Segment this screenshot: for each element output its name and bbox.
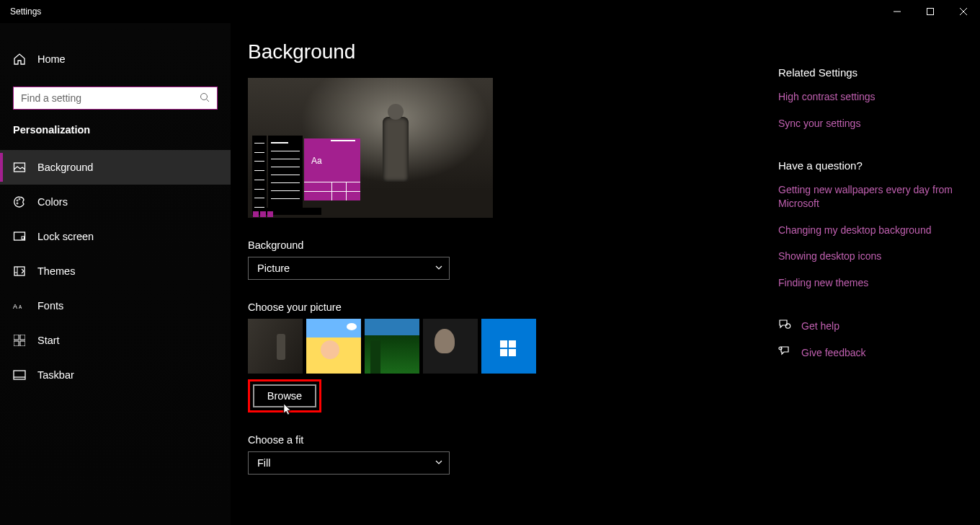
choose-picture-label: Choose your picture xyxy=(248,301,778,313)
svg-rect-16 xyxy=(20,335,25,340)
chevron-down-icon xyxy=(435,262,443,274)
sidebar-item-label: Taskbar xyxy=(37,369,74,381)
window-title: Settings xyxy=(10,6,41,17)
browse-highlight: Browse xyxy=(248,379,321,412)
svg-rect-15 xyxy=(14,335,19,340)
sidebar-item-taskbar[interactable]: Taskbar xyxy=(0,358,231,392)
sidebar-item-label: Start xyxy=(37,335,60,346)
picture-thumbnails xyxy=(248,319,778,374)
svg-line-5 xyxy=(207,99,210,102)
related-link[interactable]: Sync your settings xyxy=(778,117,966,131)
themes-icon xyxy=(13,265,26,278)
cursor-icon xyxy=(283,403,292,416)
svg-point-7 xyxy=(17,200,18,201)
fonts-icon: AA xyxy=(13,299,26,312)
background-type-select[interactable]: Picture xyxy=(248,257,450,280)
question-link[interactable]: Changing my desktop background xyxy=(778,224,966,237)
feedback-icon xyxy=(778,345,791,359)
desktop-preview: Aa xyxy=(248,78,493,218)
help-icon xyxy=(778,319,791,332)
page-title: Background xyxy=(248,40,778,63)
svg-rect-12 xyxy=(14,267,24,275)
question-link[interactable]: Finding new themes xyxy=(778,276,966,290)
picture-thumb[interactable] xyxy=(365,319,419,374)
svg-rect-17 xyxy=(14,341,19,346)
sidebar-item-label: Lock screen xyxy=(37,231,94,242)
svg-rect-11 xyxy=(22,237,24,239)
preview-sample-text: Aa xyxy=(311,156,322,166)
svg-rect-6 xyxy=(14,163,25,172)
home-label: Home xyxy=(37,53,66,65)
svg-point-21 xyxy=(785,324,790,328)
home-nav[interactable]: Home xyxy=(0,42,231,76)
search-placeholder: Find a setting xyxy=(21,92,200,104)
picture-thumb[interactable] xyxy=(248,319,303,374)
minimize-button[interactable] xyxy=(881,0,914,23)
maximize-button[interactable] xyxy=(914,0,947,23)
svg-rect-18 xyxy=(20,341,25,346)
window-controls xyxy=(881,0,980,23)
close-button[interactable] xyxy=(947,0,980,23)
sidebar-item-themes[interactable]: Themes xyxy=(0,254,231,288)
chevron-down-icon xyxy=(435,457,443,469)
sidebar-item-label: Colors xyxy=(37,196,68,208)
sidebar-item-fonts[interactable]: AA Fonts xyxy=(0,288,231,323)
home-icon xyxy=(13,53,26,66)
sidebar-item-colors[interactable]: Colors xyxy=(0,185,231,219)
svg-point-22 xyxy=(779,347,782,350)
question-link[interactable]: Showing desktop icons xyxy=(778,250,966,263)
svg-point-4 xyxy=(201,93,208,100)
lockscreen-icon xyxy=(13,230,26,243)
give-feedback-link[interactable]: Give feedback xyxy=(778,345,966,359)
svg-point-9 xyxy=(17,203,18,204)
taskbar-icon xyxy=(13,369,26,381)
palette-icon xyxy=(13,195,26,208)
related-heading: Related Settings xyxy=(778,66,966,79)
titlebar: Settings xyxy=(0,0,980,23)
related-link[interactable]: High contrast settings xyxy=(778,90,966,104)
start-icon xyxy=(13,334,26,347)
category-label: Personalization xyxy=(0,123,231,140)
sidebar-item-start[interactable]: Start xyxy=(0,323,231,358)
svg-text:A: A xyxy=(19,304,22,309)
picture-thumb[interactable] xyxy=(481,319,536,374)
background-type-value: Picture xyxy=(257,262,290,274)
sidebar-item-lock-screen[interactable]: Lock screen xyxy=(0,219,231,254)
sidebar-item-label: Fonts xyxy=(37,300,63,312)
search-input[interactable]: Find a setting xyxy=(13,87,218,110)
sidebar-item-label: Background xyxy=(37,162,93,173)
svg-text:A: A xyxy=(13,303,17,310)
fit-value: Fill xyxy=(257,457,271,469)
picture-thumb[interactable] xyxy=(306,319,361,374)
sidebar: Home Find a setting Personalization Back… xyxy=(0,23,231,525)
choose-fit-label: Choose a fit xyxy=(248,434,778,446)
svg-point-8 xyxy=(19,198,20,200)
svg-rect-19 xyxy=(14,371,25,379)
svg-rect-1 xyxy=(927,9,934,15)
question-link[interactable]: Getting new wallpapers every day from Mi… xyxy=(778,183,966,211)
fit-select[interactable]: Fill xyxy=(248,451,450,475)
image-icon xyxy=(13,161,26,174)
question-heading: Have a question? xyxy=(778,159,966,172)
search-icon xyxy=(200,92,210,105)
sidebar-item-background[interactable]: Background xyxy=(0,150,231,185)
background-type-label: Background xyxy=(248,239,778,251)
sidebar-item-label: Themes xyxy=(37,265,75,277)
get-help-link[interactable]: Get help xyxy=(778,319,966,332)
picture-thumb[interactable] xyxy=(423,319,478,374)
